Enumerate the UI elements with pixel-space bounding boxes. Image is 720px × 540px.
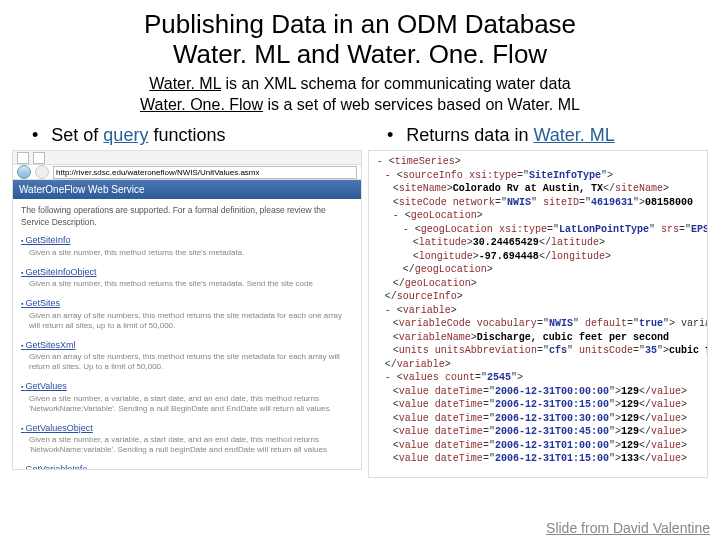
- service-header: WaterOneFlow Web Service: [13, 180, 361, 199]
- bullet-row: Set of query functions Returns data in W…: [0, 119, 720, 146]
- url-input[interactable]: [53, 166, 357, 179]
- slide-subtitle: Water. ML is an XML schema for communica…: [40, 74, 680, 116]
- browser-panel: WaterOneFlow Web Service The following o…: [12, 150, 362, 470]
- method-link[interactable]: GetValuesObject: [21, 423, 93, 433]
- method-link[interactable]: GetValues: [21, 381, 67, 391]
- forward-icon[interactable]: [35, 165, 49, 179]
- method-item: GetValuesGiven a site number, a variable…: [21, 380, 353, 413]
- back-icon[interactable]: [17, 165, 31, 179]
- method-item: GetSiteInfoObjectGiven a site number, th…: [21, 266, 353, 289]
- method-link[interactable]: GetSiteInfoObject: [21, 267, 96, 277]
- method-link[interactable]: GetSiteInfo: [21, 235, 70, 245]
- method-desc: Given an array of site numbers, this met…: [29, 311, 353, 331]
- left-column-bullet: Set of query functions: [50, 125, 345, 146]
- method-link[interactable]: GetVariableInfo: [21, 464, 87, 469]
- method-desc: Given a site number, this method returns…: [29, 248, 353, 258]
- method-item: GetValuesObjectGiven a site number, a va…: [21, 422, 353, 455]
- method-item: GetSiteInfoGiven a site number, this met…: [21, 234, 353, 257]
- method-desc: Given an array of site numbers, this met…: [29, 352, 353, 372]
- xml-panel: - <timeSeries>- <sourceInfo xsi:type="Si…: [368, 150, 708, 478]
- method-item: GetSitesGiven an array of site numbers, …: [21, 297, 353, 330]
- service-body: The following operations are supported. …: [13, 199, 361, 469]
- address-bar: [13, 165, 361, 180]
- title-block: Publishing Data in an ODM Database Water…: [0, 0, 720, 119]
- tab-icon: [33, 152, 45, 164]
- panels: WaterOneFlow Web Service The following o…: [0, 146, 720, 478]
- slide-credit: Slide from David Valentine: [546, 520, 710, 536]
- browser-tabs: [13, 151, 361, 165]
- method-link[interactable]: GetSitesXml: [21, 340, 75, 350]
- intro-text: The following operations are supported. …: [21, 205, 353, 228]
- right-column-bullet: Returns data in Water. ML: [405, 125, 700, 146]
- method-link[interactable]: GetSites: [21, 298, 60, 308]
- method-desc: Given a site number, this method returns…: [29, 279, 353, 289]
- method-item: GetSitesXmlGiven an array of site number…: [21, 339, 353, 372]
- slide-title: Publishing Data in an ODM Database Water…: [40, 10, 680, 70]
- method-desc: Given a site number, a variable, a start…: [29, 394, 353, 414]
- tab-icon: [17, 152, 29, 164]
- method-desc: Given a site number, a variable, a start…: [29, 435, 353, 455]
- method-item: GetVariableInfoGiven a variable code, th…: [21, 463, 353, 469]
